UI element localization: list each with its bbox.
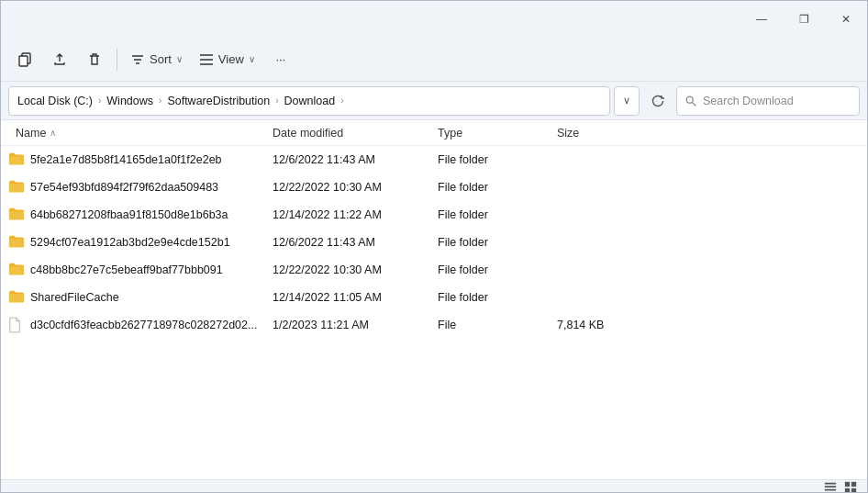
svg-rect-10 <box>845 487 850 492</box>
file-list: Name ∧ Date modified Type Size 5fe2a1e7d… <box>1 120 867 479</box>
file-type-icon <box>8 207 25 223</box>
table-row[interactable]: SharedFileCache 12/14/2022 11:05 AM File… <box>1 284 867 311</box>
delete-button[interactable] <box>78 43 111 76</box>
breadcrumb-download[interactable]: Download <box>282 93 339 109</box>
file-type-icon <box>8 179 25 196</box>
cell-type: File folder <box>430 291 550 304</box>
file-type-icon <box>8 317 25 333</box>
svg-line-3 <box>693 102 696 106</box>
table-row[interactable]: 5294cf07ea1912ab3bd2e9e4cde152b1 12/6/20… <box>1 229 867 256</box>
svg-rect-6 <box>825 488 836 490</box>
column-size[interactable]: Size <box>550 127 641 140</box>
cell-type: File <box>430 319 550 331</box>
cell-name: 64bb68271208fbaa91f8150d8e1b6b3a <box>8 207 265 223</box>
cell-name: d3c0cfdf63feacbb2627718978c028272d02... <box>8 317 265 333</box>
column-date-modified[interactable]: Date modified <box>265 127 430 140</box>
search-box[interactable]: Search Download <box>676 86 860 116</box>
svg-point-2 <box>686 96 693 103</box>
cell-type: File folder <box>430 153 550 166</box>
dropdown-chevron-icon: ∨ <box>623 95 630 106</box>
cell-name: 5fe2a1e7d85b8f14165de1a0f1f2e2eb <box>8 151 265 168</box>
grid-view-icon <box>844 481 857 494</box>
window-controls: — ❐ ✕ <box>740 1 867 38</box>
sort-button[interactable]: Sort ∨ <box>123 43 190 76</box>
table-row[interactable]: c48bb8bc27e7c5ebeaff9baf77bbb091 12/22/2… <box>1 256 867 284</box>
file-type-icon <box>8 234 25 251</box>
sort-label: Sort <box>150 52 172 66</box>
view-button[interactable]: View ∨ <box>192 43 262 76</box>
breadcrumb-chevron-4: › <box>340 95 343 106</box>
cell-date: 12/14/2022 11:22 AM <box>265 208 430 221</box>
svg-rect-5 <box>825 486 836 487</box>
svg-rect-9 <box>851 481 856 486</box>
toolbar-separator <box>117 49 117 71</box>
file-type-icon <box>8 262 25 278</box>
search-placeholder: Search Download <box>703 95 794 107</box>
grid-view-button[interactable] <box>841 481 860 494</box>
column-name[interactable]: Name ∧ <box>8 127 265 140</box>
folder-icon <box>8 207 25 221</box>
filename-text: d3c0cfdf63feacbb2627718978c028272d02... <box>30 319 257 331</box>
svg-rect-4 <box>825 482 836 484</box>
view-icon <box>199 52 214 67</box>
table-row[interactable]: d3c0cfdf63feacbb2627718978c028272d02... … <box>1 311 867 339</box>
svg-rect-11 <box>851 487 856 492</box>
share-icon <box>52 52 67 67</box>
file-type-icon <box>8 151 25 168</box>
share-button[interactable] <box>43 43 76 76</box>
name-sort-chevron-icon: ∧ <box>50 128 56 138</box>
filename-text: 5fe2a1e7d85b8f14165de1a0f1f2e2eb <box>30 153 222 166</box>
table-row[interactable]: 64bb68271208fbaa91f8150d8e1b6b3a 12/14/2… <box>1 201 867 229</box>
cell-date: 12/14/2022 11:05 AM <box>265 291 430 304</box>
refresh-button[interactable] <box>643 86 673 116</box>
table-row[interactable]: 57e54ef93bfd894f2f79f62daa509483 12/22/2… <box>1 174 867 201</box>
breadcrumb-area: Local Disk (C:) › Windows › SoftwareDist… <box>8 86 610 116</box>
svg-rect-1 <box>19 56 28 66</box>
breadcrumb-windows[interactable]: Windows <box>104 93 156 109</box>
folder-icon <box>8 262 25 276</box>
folder-icon <box>8 179 25 194</box>
filename-text: 64bb68271208fbaa91f8150d8e1b6b3a <box>30 208 228 221</box>
cell-type: File folder <box>430 236 550 249</box>
file-icon <box>8 317 21 333</box>
cell-name: SharedFileCache <box>8 289 265 306</box>
svg-rect-8 <box>845 481 850 486</box>
minimize-button[interactable]: — <box>740 1 783 38</box>
cell-type: File folder <box>430 263 550 276</box>
folder-icon <box>8 289 25 304</box>
more-button[interactable]: ··· <box>264 43 297 76</box>
sort-icon <box>130 52 145 67</box>
refresh-icon <box>651 94 665 108</box>
details-view-button[interactable] <box>821 481 840 494</box>
table-row[interactable]: 5fe2a1e7d85b8f14165de1a0f1f2e2eb 12/6/20… <box>1 146 867 174</box>
breadcrumb-chevron-2: › <box>159 95 161 106</box>
file-list-header: Name ∧ Date modified Type Size <box>1 120 867 146</box>
filename-text: 5294cf07ea1912ab3bd2e9e4cde152b1 <box>30 236 230 249</box>
close-button[interactable]: ✕ <box>825 1 867 38</box>
breadcrumb-chevron-3: › <box>275 95 278 106</box>
title-bar: — ❐ ✕ <box>1 1 867 38</box>
toolbar: Sort ∨ View ∨ ··· <box>1 38 867 82</box>
folder-icon <box>8 234 25 249</box>
filename-text: 57e54ef93bfd894f2f79f62daa509483 <box>30 181 218 194</box>
address-dropdown-button[interactable]: ∨ <box>614 86 640 116</box>
delete-icon <box>87 52 102 67</box>
view-chevron-icon: ∨ <box>249 54 255 64</box>
filename-text: c48bb8bc27e7c5ebeaff9baf77bbb091 <box>30 263 223 276</box>
breadcrumb-softwaredistribution[interactable]: SoftwareDistribution <box>164 93 273 109</box>
address-bar: Local Disk (C:) › Windows › SoftwareDist… <box>1 82 867 120</box>
maximize-button[interactable]: ❐ <box>783 1 825 38</box>
more-label: ··· <box>275 52 285 66</box>
cell-name: 57e54ef93bfd894f2f79f62daa509483 <box>8 179 265 196</box>
breadcrumb-chevron-1: › <box>98 95 101 106</box>
sort-chevron-icon: ∨ <box>176 54 183 64</box>
view-label: View <box>218 52 244 66</box>
copy-button[interactable] <box>8 43 41 76</box>
cell-date: 12/6/2022 11:43 AM <box>265 153 430 166</box>
cell-size: 7,814 KB <box>550 319 641 331</box>
filename-text: SharedFileCache <box>30 291 119 304</box>
status-bar <box>1 479 867 493</box>
column-type[interactable]: Type <box>430 127 550 140</box>
cell-name: 5294cf07ea1912ab3bd2e9e4cde152b1 <box>8 234 265 251</box>
breadcrumb-local-disk[interactable]: Local Disk (C:) <box>15 93 95 109</box>
